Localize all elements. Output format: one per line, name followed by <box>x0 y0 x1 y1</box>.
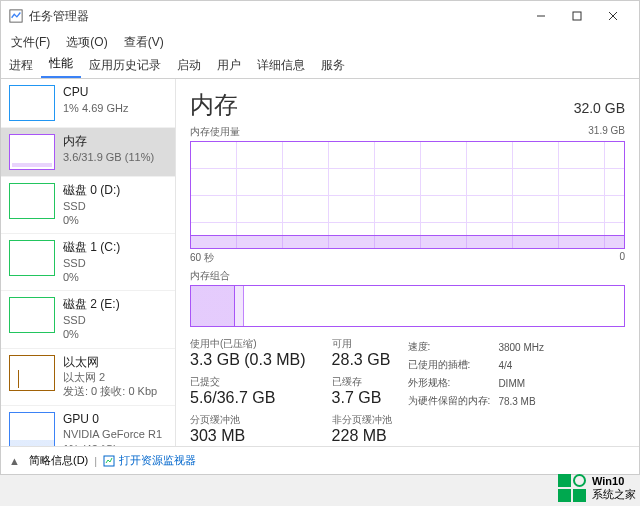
hw-info: 速度:3800 MHz 已使用的插槽:4/4 外形规格:DIMM 为硬件保留的内… <box>406 337 552 445</box>
sidebar-title: 磁盘 2 (E:) <box>63 297 120 313</box>
sidebar: CPU 1% 4.69 GHz 内存 3.6/31.9 GB (11%) 磁盘 … <box>1 79 176 446</box>
disk-chart-icon <box>9 297 55 333</box>
hw-reserved-lbl: 为硬件保留的内存: <box>408 393 497 409</box>
chevron-up-icon[interactable]: ▲ <box>9 455 23 467</box>
sidebar-title: 磁盘 1 (C:) <box>63 240 120 256</box>
usage-label: 内存使用量 <box>190 125 240 139</box>
memory-total: 32.0 GB <box>574 100 625 116</box>
maximize-button[interactable] <box>559 2 595 30</box>
tab-users[interactable]: 用户 <box>209 53 249 78</box>
watermark: Win10 系统之家 <box>558 474 636 502</box>
memory-chart-icon <box>9 134 55 170</box>
sidebar-sub: 3.6/31.9 GB (11%) <box>63 150 154 164</box>
tab-details[interactable]: 详细信息 <box>249 53 313 78</box>
minimize-button[interactable] <box>523 2 559 30</box>
stats-grid: 使用中(已压缩) 3.3 GB (0.3 MB) 可用 28.3 GB 已提交 … <box>190 337 392 445</box>
disk-chart-icon <box>9 240 55 276</box>
hw-form-val: DIMM <box>498 375 550 391</box>
sidebar-sub2: 发送: 0 接收: 0 Kbp <box>63 384 157 398</box>
chart-subhead: 内存使用量 31.9 GB <box>190 125 625 139</box>
sidebar-title: CPU <box>63 85 128 101</box>
sidebar-sub2: 0% <box>63 270 120 284</box>
sidebar-title: 以太网 <box>63 355 157 371</box>
tab-apphistory[interactable]: 应用历史记录 <box>81 53 169 78</box>
tab-processes[interactable]: 进程 <box>1 53 41 78</box>
hw-slots-lbl: 已使用的插槽: <box>408 357 497 373</box>
sidebar-item-cpu[interactable]: CPU 1% 4.69 GHz <box>1 79 175 128</box>
sidebar-sub: SSD <box>63 199 120 213</box>
titlebar: 任务管理器 <box>1 1 639 31</box>
sidebar-item-gpu0[interactable]: GPU 0 NVIDIA GeForce R1 1% (42 °C) <box>1 406 175 446</box>
sidebar-sub: SSD <box>63 256 120 270</box>
content: CPU 1% 4.69 GHz 内存 3.6/31.9 GB (11%) 磁盘 … <box>1 79 639 446</box>
sidebar-item-disk0[interactable]: 磁盘 0 (D:) SSD 0% <box>1 177 175 234</box>
sidebar-item-disk2[interactable]: 磁盘 2 (E:) SSD 0% <box>1 291 175 348</box>
stat-available: 可用 28.3 GB <box>332 337 392 369</box>
hw-speed-lbl: 速度: <box>408 339 497 355</box>
sidebar-sub: NVIDIA GeForce R1 <box>63 427 162 441</box>
sidebar-sub2: 0% <box>63 327 120 341</box>
window-title: 任务管理器 <box>29 8 523 25</box>
svg-rect-2 <box>573 12 581 20</box>
sidebar-sub: SSD <box>63 313 120 327</box>
hw-form-lbl: 外形规格: <box>408 375 497 391</box>
disk-chart-icon <box>9 183 55 219</box>
chart-x-axis: 60 秒 0 <box>190 251 625 265</box>
footer: ▲ 简略信息(D) | 打开资源监视器 <box>1 446 639 474</box>
sidebar-sub: 1% 4.69 GHz <box>63 101 128 115</box>
sidebar-item-ethernet[interactable]: 以太网 以太网 2 发送: 0 接收: 0 Kbp <box>1 349 175 406</box>
memory-composition-chart[interactable] <box>190 285 625 327</box>
usage-max: 31.9 GB <box>588 125 625 139</box>
x-right: 0 <box>619 251 625 265</box>
stat-nonpaged: 非分页缓冲池 228 MB <box>332 413 392 445</box>
task-manager-window: 任务管理器 文件(F) 选项(O) 查看(V) 进程 性能 应用历史记录 启动 … <box>0 0 640 475</box>
sidebar-item-disk1[interactable]: 磁盘 1 (C:) SSD 0% <box>1 234 175 291</box>
tab-services[interactable]: 服务 <box>313 53 353 78</box>
hw-slots-val: 4/4 <box>498 357 550 373</box>
main-panel: 内存 32.0 GB 内存使用量 31.9 GB 60 秒 0 内存组合 使用中… <box>176 79 639 446</box>
comp-label: 内存组合 <box>190 269 625 283</box>
stat-inuse: 使用中(已压缩) 3.3 GB (0.3 MB) <box>190 337 306 369</box>
x-left: 60 秒 <box>190 251 214 265</box>
watermark-line2: 系统之家 <box>592 488 636 501</box>
tab-startup[interactable]: 启动 <box>169 53 209 78</box>
sidebar-sub: 以太网 2 <box>63 370 157 384</box>
open-resource-monitor-link[interactable]: 打开资源监视器 <box>103 453 196 468</box>
sidebar-sub2: 0% <box>63 213 120 227</box>
sidebar-title: 内存 <box>63 134 154 150</box>
app-icon <box>9 9 23 23</box>
gpu-chart-icon <box>9 412 55 446</box>
sidebar-title: 磁盘 0 (D:) <box>63 183 120 199</box>
menu-options[interactable]: 选项(O) <box>62 34 111 51</box>
sidebar-title: GPU 0 <box>63 412 162 428</box>
main-header: 内存 32.0 GB <box>190 89 625 121</box>
stat-committed: 已提交 5.6/36.7 GB <box>190 375 306 407</box>
menu-file[interactable]: 文件(F) <box>7 34 54 51</box>
stats: 使用中(已压缩) 3.3 GB (0.3 MB) 可用 28.3 GB 已提交 … <box>190 337 625 445</box>
page-title: 内存 <box>190 89 238 121</box>
less-info-button[interactable]: 简略信息(D) <box>29 453 88 468</box>
close-button[interactable] <box>595 2 631 30</box>
tabbar: 进程 性能 应用历史记录 启动 用户 详细信息 服务 <box>1 53 639 79</box>
window-controls <box>523 2 631 30</box>
hw-speed-val: 3800 MHz <box>498 339 550 355</box>
watermark-logo-icon <box>558 474 586 502</box>
cpu-chart-icon <box>9 85 55 121</box>
tab-performance[interactable]: 性能 <box>41 51 81 78</box>
monitor-icon <box>103 455 115 467</box>
menu-view[interactable]: 查看(V) <box>120 34 168 51</box>
stat-paged: 分页缓冲池 303 MB <box>190 413 306 445</box>
stat-cached: 已缓存 3.7 GB <box>332 375 392 407</box>
sidebar-item-memory[interactable]: 内存 3.6/31.9 GB (11%) <box>1 128 175 177</box>
watermark-line1: Win10 <box>592 475 636 488</box>
network-chart-icon <box>9 355 55 391</box>
menubar: 文件(F) 选项(O) 查看(V) <box>1 31 639 53</box>
memory-usage-chart[interactable] <box>190 141 625 249</box>
hw-reserved-val: 78.3 MB <box>498 393 550 409</box>
